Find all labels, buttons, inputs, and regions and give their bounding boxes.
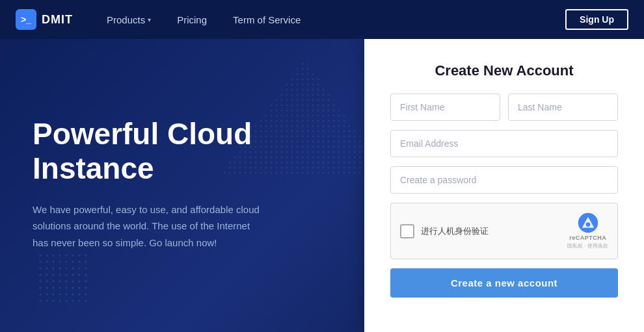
navbar: >_ DMIT Products ▾ Pricing Term of Servi… bbox=[0, 0, 644, 39]
password-input[interactable] bbox=[390, 166, 618, 194]
logo-text: DMIT bbox=[42, 13, 73, 27]
logo-icon: >_ bbox=[16, 9, 36, 30]
logo-area: >_ DMIT bbox=[16, 9, 73, 30]
first-name-input[interactable] bbox=[390, 94, 500, 121]
recaptcha-brand-label: reCAPTCHA bbox=[569, 235, 606, 241]
nav-item-pricing[interactable]: Pricing bbox=[164, 14, 220, 25]
signup-button[interactable]: Sign Up bbox=[565, 9, 628, 30]
name-row bbox=[390, 94, 618, 121]
recaptcha-label: 进行人机身份验证 bbox=[421, 225, 489, 237]
nav-item-tos[interactable]: Term of Service bbox=[220, 14, 314, 25]
main-section: Powerful Cloud Instance We have powerful… bbox=[0, 39, 644, 332]
recaptcha-widget[interactable]: 进行人机身份验证 reCAPTCHA 隐私权 · 使用条款 bbox=[390, 203, 618, 259]
nav-item-products[interactable]: Products ▾ bbox=[94, 14, 164, 25]
email-input[interactable] bbox=[390, 130, 618, 157]
recaptcha-branding: reCAPTCHA 隐私权 · 使用条款 bbox=[567, 212, 608, 249]
nav-links: Products ▾ Pricing Term of Service bbox=[94, 14, 565, 25]
recaptcha-checkbox[interactable] bbox=[400, 224, 414, 238]
hero-title: Powerful Cloud Instance bbox=[33, 117, 338, 186]
hero-section: Powerful Cloud Instance We have powerful… bbox=[0, 39, 364, 332]
last-name-input[interactable] bbox=[508, 94, 618, 121]
recaptcha-logo-icon bbox=[578, 212, 598, 233]
create-account-button[interactable]: Create a new account bbox=[390, 268, 618, 298]
registration-form-panel: Create New Account 进行人机身份验证 reCAPTCHA 隐私… bbox=[364, 39, 644, 332]
recaptcha-terms-label: 隐私权 · 使用条款 bbox=[567, 242, 608, 249]
hero-description: We have powerful, easy to use, and affor… bbox=[33, 201, 267, 251]
form-title: Create New Account bbox=[390, 62, 618, 79]
svg-point-5 bbox=[585, 222, 590, 227]
chevron-down-icon: ▾ bbox=[148, 16, 151, 23]
recaptcha-left: 进行人机身份验证 bbox=[400, 224, 489, 238]
